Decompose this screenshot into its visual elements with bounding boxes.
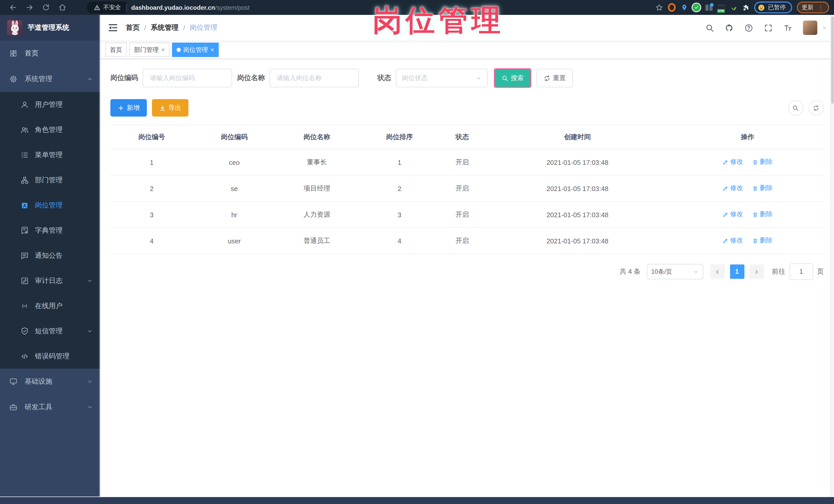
page-content: 岗位编码 岗位名称 状态 岗位状态 搜索 xyxy=(100,59,834,497)
reset-button[interactable]: 重置 xyxy=(536,69,573,87)
page-size-select[interactable]: 10条/页 xyxy=(646,264,703,279)
sidebar-item-infrastructure[interactable]: 基础设施 xyxy=(0,369,100,394)
avatar[interactable] xyxy=(803,21,817,35)
edit-link[interactable]: 修改 xyxy=(723,184,743,193)
sidebar-item-label: 短信管理 xyxy=(35,326,87,335)
extensions-puzzle-icon[interactable] xyxy=(742,4,749,11)
reload-icon[interactable] xyxy=(42,4,50,11)
close-icon[interactable]: × xyxy=(161,47,165,53)
browser-menu-icon[interactable]: ⋮ xyxy=(817,5,824,10)
search-icon[interactable] xyxy=(705,23,714,32)
delete-link[interactable]: 删除 xyxy=(752,210,773,219)
post-code-input[interactable] xyxy=(149,74,226,82)
chevron-down-icon xyxy=(87,278,93,284)
font-size-icon[interactable] xyxy=(783,23,792,32)
prev-page-button[interactable] xyxy=(710,264,725,279)
profile-paused-pill[interactable]: 已暂停 xyxy=(754,2,792,13)
pencil-icon xyxy=(723,238,729,244)
refresh-table-button[interactable] xyxy=(808,100,824,115)
post-code-field[interactable] xyxy=(143,69,232,87)
forward-icon[interactable] xyxy=(26,4,34,11)
extension-gtm-icon[interactable]: GTM xyxy=(717,4,725,11)
total-count: 共 4 条 xyxy=(620,267,640,276)
cell-post-code: ceo xyxy=(193,149,276,175)
extension-orange-icon[interactable] xyxy=(668,4,676,11)
sidebar-item-dictionary[interactable]: 字典管理 xyxy=(0,218,100,243)
sidebar-item-departments[interactable]: 部门管理 xyxy=(0,168,100,193)
post-name-input[interactable] xyxy=(276,74,353,82)
chat-bubble-icon xyxy=(21,251,29,260)
extension-grid-icon[interactable] xyxy=(705,4,712,11)
sidebar-item-users[interactable]: 用户管理 xyxy=(0,92,100,117)
chevron-down-icon[interactable] xyxy=(822,25,827,30)
sidebar-item-sms[interactable]: 短信管理 xyxy=(0,319,100,344)
pencil-icon xyxy=(723,185,729,192)
scrollbar[interactable] xyxy=(830,15,834,497)
cell-post-name: 人力资源 xyxy=(276,201,358,228)
sidebar-item-online-users[interactable]: 在线用户 xyxy=(0,293,100,319)
site-security-chip[interactable]: 不安全 xyxy=(87,2,126,13)
update-button[interactable]: 更新 ⋮ xyxy=(796,2,829,13)
github-icon[interactable] xyxy=(725,23,733,32)
sidebar-item-roles[interactable]: 角色管理 xyxy=(0,117,100,142)
back-icon[interactable] xyxy=(9,4,17,11)
search-icon xyxy=(792,105,799,111)
org-tree-icon xyxy=(21,176,29,184)
search-button-label: 搜索 xyxy=(511,74,524,82)
app-window: 芋道管理系统 首页 系统管理 用户管理 角色管理 xyxy=(0,15,834,497)
column-header: 岗位名称 xyxy=(276,125,358,149)
add-button[interactable]: 新增 xyxy=(110,99,147,116)
sidebar-item-devtools[interactable]: 研发工具 xyxy=(0,394,100,420)
sidebar-item-menus[interactable]: 菜单管理 xyxy=(0,142,100,168)
sidebar-item-posts[interactable]: 岗位管理 xyxy=(0,193,100,218)
extension-pin-icon[interactable] xyxy=(680,4,688,11)
close-icon[interactable]: × xyxy=(211,47,214,53)
app-logo[interactable]: 芋道管理系统 xyxy=(0,15,100,41)
export-button[interactable]: 导出 xyxy=(152,99,189,116)
chevron-up-icon xyxy=(87,76,93,82)
next-page-button[interactable] xyxy=(749,264,764,279)
breadcrumb-home[interactable]: 首页 xyxy=(126,23,140,32)
sidebar-item-system[interactable]: 系统管理 xyxy=(0,66,100,92)
search-button[interactable]: 搜索 xyxy=(494,68,531,88)
address-bar[interactable]: dashboard.yudao.iocoder.cn/system/post xyxy=(131,4,249,11)
edit-link[interactable]: 修改 xyxy=(723,237,743,245)
list-icon xyxy=(21,151,29,159)
warning-icon xyxy=(94,4,100,10)
post-name-field[interactable] xyxy=(269,69,359,87)
edit-link[interactable]: 修改 xyxy=(723,210,743,219)
chevron-down-icon xyxy=(476,75,482,81)
delete-link[interactable]: 删除 xyxy=(752,237,773,245)
cell-post-status: 开启 xyxy=(441,149,484,175)
scrollbar-thumb[interactable] xyxy=(831,17,833,104)
edit-link[interactable]: 修改 xyxy=(723,158,743,167)
status-select[interactable]: 岗位状态 xyxy=(396,69,488,87)
goto-page-input[interactable] xyxy=(789,263,813,280)
sidebar-item-home[interactable]: 首页 xyxy=(0,41,100,66)
home-icon[interactable] xyxy=(59,4,66,11)
sidebar-item-error-codes[interactable]: 错误码管理 xyxy=(0,344,100,369)
column-header: 创建时间 xyxy=(484,125,671,149)
cell-post-id: 4 xyxy=(110,228,193,254)
extension-leaf-icon[interactable] xyxy=(729,4,737,11)
tab-posts[interactable]: 岗位管理 × xyxy=(172,43,219,57)
cell-post-sort: 4 xyxy=(358,228,441,254)
tab-home[interactable]: 首页 xyxy=(105,43,127,57)
delete-link[interactable]: 删除 xyxy=(752,184,773,193)
delete-link[interactable]: 删除 xyxy=(752,158,773,167)
extension-check-icon[interactable] xyxy=(693,4,700,11)
table-toolbar: 新增 导出 xyxy=(110,99,824,116)
sidebar-item-notices[interactable]: 通知公告 xyxy=(0,243,100,268)
page-number-current[interactable]: 1 xyxy=(730,264,744,279)
tab-label: 首页 xyxy=(110,45,122,54)
tab-departments[interactable]: 部门管理 × xyxy=(129,43,170,57)
toggle-search-button[interactable] xyxy=(788,100,803,115)
hamburger-icon[interactable] xyxy=(108,23,118,33)
help-icon[interactable] xyxy=(744,23,753,32)
logo-rabbit-icon xyxy=(7,20,23,36)
sidebar-item-audit-log[interactable]: 审计日志 xyxy=(0,268,100,293)
fullscreen-icon[interactable] xyxy=(764,23,772,32)
breadcrumb-system[interactable]: 系统管理 xyxy=(151,23,179,32)
bookmark-star-icon[interactable] xyxy=(655,3,663,12)
sidebar-item-label: 系统管理 xyxy=(25,74,87,84)
